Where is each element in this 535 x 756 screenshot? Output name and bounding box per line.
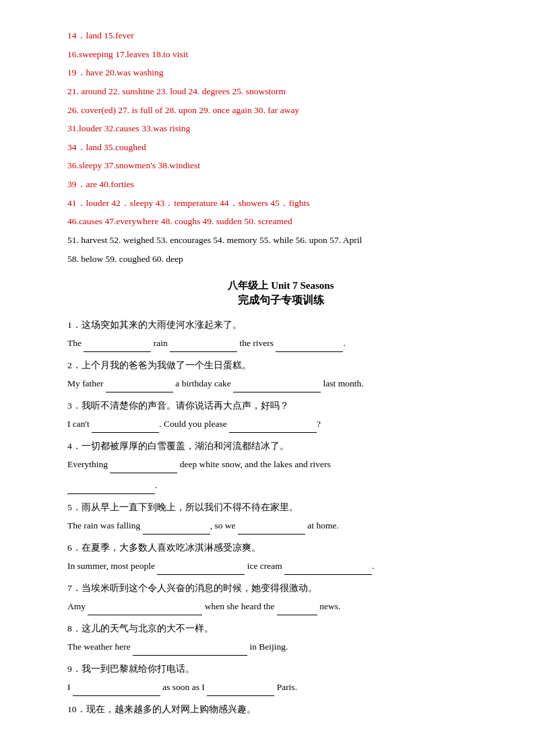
answer-line-12: 51. harvest 52. weighed 53. encourages 5…	[67, 232, 495, 249]
exercise-7-en: Amy when she heard the news.	[67, 597, 495, 615]
blank-8-1[interactable]	[133, 645, 247, 656]
exercise-6-en: In summer, most people ice cream .	[67, 557, 495, 575]
exercise-4-zh: 4．一切都被厚厚的白雪覆盖，湖泊和河流都结冰了。	[67, 437, 495, 455]
answer-line-2: 16.sweeping 17.leaves 18.to visit	[67, 46, 495, 63]
blank-9-2[interactable]	[207, 685, 274, 696]
answer-line-13: 58. below 59. coughed 60. deep	[67, 250, 495, 268]
exercise-8-en: The weather here in Beijing.	[67, 638, 495, 656]
exercise-3-zh: 3．我听不清楚你的声音。请你说话再大点声，好吗？	[67, 397, 495, 415]
answer-section: 14．land 15.fever 16.sweeping 17.leaves 1…	[67, 27, 495, 267]
exercise-7: 7．当埃米听到这个令人兴奋的消息的时候，她变得很激动。 Amy when she…	[67, 579, 495, 615]
blank-9-1[interactable]	[73, 685, 160, 696]
section-subtitle: 完成句子专项训练	[67, 294, 495, 308]
exercise-9-en: I as soon as I Paris.	[67, 678, 495, 696]
exercise-section: 1．这场突如其来的大雨使河水涨起来了。 The rain the rivers …	[67, 316, 495, 718]
blank-7-2[interactable]	[277, 605, 317, 615]
exercise-10-zh: 10．现在，越来越多的人对网上购物感兴趣。	[67, 700, 495, 718]
blank-1-3[interactable]	[276, 341, 343, 352]
exercise-4: 4．一切都被厚厚的白雪覆盖，湖泊和河流都结冰了。 Everything deep…	[67, 437, 495, 494]
blank-2-1[interactable]	[106, 382, 173, 392]
exercise-3-en: I can't . Could you please ?	[67, 415, 495, 433]
answer-line-10: 41．louder 42．sleepy 43．temperature 44．sh…	[67, 195, 495, 212]
blank-6-1[interactable]	[157, 564, 245, 575]
exercise-6-zh: 6．在夏季，大多数人喜欢吃冰淇淋感受凉爽。	[67, 539, 495, 557]
answer-line-11: 46.causes 47.everywhere 48. coughs 49. s…	[67, 213, 495, 230]
answer-line-7: 34．land 35.coughed	[67, 139, 495, 156]
exercise-7-zh: 7．当埃米听到这个令人兴奋的消息的时候，她变得很激动。	[67, 579, 495, 597]
exercise-4-en-2: .	[67, 476, 495, 494]
exercise-5-en: The rain was falling , so we at home.	[67, 516, 495, 535]
exercise-4-en: Everything deep white snow, and the lake…	[67, 455, 495, 473]
exercise-1-zh: 1．这场突如其来的大雨使河水涨起来了。	[67, 316, 495, 334]
exercise-1: 1．这场突如其来的大雨使河水涨起来了。 The rain the rivers …	[67, 316, 495, 352]
exercise-5-zh: 5．雨从早上一直下到晚上，所以我们不得不待在家里。	[67, 498, 495, 516]
exercise-2-en: My father a birthday cake last month.	[67, 374, 495, 392]
answer-line-4: 21. around 22. sunshine 23. loud 24. deg…	[67, 83, 495, 100]
blank-4-1[interactable]	[110, 462, 177, 473]
blank-7-1[interactable]	[88, 605, 202, 615]
answer-line-3: 19．have 20.was washing	[67, 64, 495, 81]
blank-1-1[interactable]	[84, 341, 151, 352]
exercise-5: 5．雨从早上一直下到晚上，所以我们不得不待在家里。 The rain was f…	[67, 498, 495, 535]
blank-2-2[interactable]	[233, 382, 321, 392]
exercise-9: 9．我一到巴黎就给你打电话。 I as soon as I Paris.	[67, 660, 495, 696]
answer-line-6: 31.louder 32.causes 33.was rising	[67, 120, 495, 137]
blank-1-2[interactable]	[170, 341, 237, 352]
answer-line-5: 26. cover(ed) 27. is full of 28. upon 29…	[67, 102, 495, 119]
exercise-2: 2．上个月我的爸爸为我做了一个生日蛋糕。 My father a birthda…	[67, 356, 495, 392]
blank-5-1[interactable]	[143, 524, 210, 535]
exercise-8-zh: 8．这儿的天气与北京的大不一样。	[67, 619, 495, 638]
exercise-1-en: The rain the rivers .	[67, 334, 495, 352]
answer-line-8: 36.sleepy 37.snowmen's 38.windiest	[67, 157, 495, 174]
exercise-8: 8．这儿的天气与北京的大不一样。 The weather here in Bei…	[67, 619, 495, 656]
exercise-3: 3．我听不清楚你的声音。请你说话再大点声，好吗？ I can't . Could…	[67, 397, 495, 433]
exercise-10: 10．现在，越来越多的人对网上购物感兴趣。	[67, 700, 495, 718]
exercise-9-zh: 9．我一到巴黎就给你打电话。	[67, 660, 495, 678]
blank-6-2[interactable]	[284, 564, 372, 575]
blank-4-2[interactable]	[67, 483, 155, 494]
answer-line-1: 14．land 15.fever	[67, 27, 495, 44]
exercise-2-zh: 2．上个月我的爸爸为我做了一个生日蛋糕。	[67, 356, 495, 374]
answer-line-9: 39．are 40.forties	[67, 176, 495, 193]
section-title: 八年级上 Unit 7 Seasons	[67, 279, 495, 292]
blank-3-2[interactable]	[229, 422, 317, 433]
blank-3-1[interactable]	[92, 422, 159, 433]
blank-5-2[interactable]	[238, 524, 305, 535]
exercise-6: 6．在夏季，大多数人喜欢吃冰淇淋感受凉爽。 In summer, most pe…	[67, 539, 495, 575]
